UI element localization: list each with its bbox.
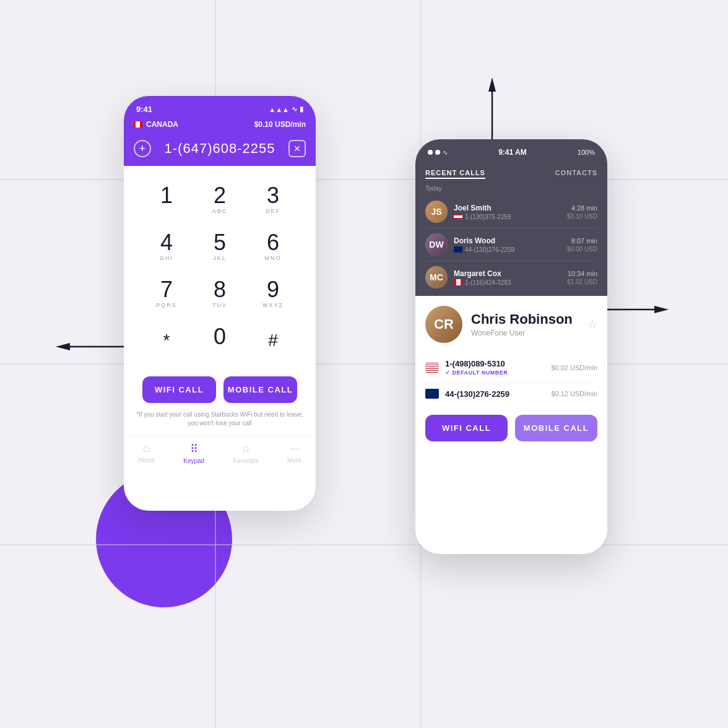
nav-more-label: More <box>287 457 301 464</box>
doris-flag-icon <box>454 246 462 253</box>
home-icon: ⌂ <box>143 442 150 455</box>
key-9[interactable]: 9 WXYZ <box>249 272 297 314</box>
phone1-country: CANADA <box>146 120 178 129</box>
margaret-cost: $1.02 USD <box>567 279 597 285</box>
key-6[interactable]: 6 MNO <box>249 225 297 267</box>
doris-meta: 8:07 min $0.00 USD <box>567 237 597 253</box>
us-rate: $0.02 USD/min <box>551 364 597 371</box>
joel-duration: 4:28 min <box>567 204 597 212</box>
joel-info: Joel Smith 1-(130)375-2259 <box>454 204 567 220</box>
key-4[interactable]: 4 GHI <box>142 225 191 267</box>
key-hash[interactable]: # <box>249 319 297 362</box>
joel-avatar: JS <box>425 201 448 223</box>
chris-avatar: CR <box>425 306 462 343</box>
recent-call-joel[interactable]: JS Joel Smith 1-(130)375-2259 4:28 min $… <box>425 196 597 228</box>
phone1-wifi-call-button[interactable]: WIFI CALL <box>142 376 216 403</box>
phone1-status-bar: 9:41 ▲▲▲ ∿ ▮ <box>124 96 316 118</box>
keypad-icon: ⠿ <box>190 442 198 456</box>
phone1-number-bar: + 1-(647)608-2255 ✕ <box>124 135 316 166</box>
phone1-keypad-body: 1 2 ABC 3 DEF 4 GHI 5 JKL 6 MNO <box>124 166 316 362</box>
uk-rate: $0.12 USD/min <box>551 390 597 397</box>
joel-flag-icon <box>454 214 462 220</box>
canada-flag-icon <box>134 121 142 128</box>
phone2-contacts: ∿ 9:41 AM 100% RECENT CALLS CONTACTS Tod… <box>415 139 607 554</box>
margaret-meta: 10:34 min $1.02 USD <box>567 270 597 285</box>
doris-number: 44-(130)276-2259 <box>465 246 514 253</box>
contact-numbers: 1-(498)089-5310 ✓ DEFAULT NUMBER $0.02 U… <box>425 353 597 405</box>
key-star[interactable]: * <box>142 319 191 362</box>
phone2-tabs: RECENT CALLS CONTACTS <box>425 169 597 179</box>
nav-favorites[interactable]: ☆ Favorites <box>233 442 259 464</box>
default-number-badge: ✓ DEFAULT NUMBER <box>445 370 551 376</box>
contact-uk-number[interactable]: 44-(130)276-2259 $0.12 USD/min <box>425 383 597 405</box>
signal-icon: ▲▲▲ <box>269 106 289 113</box>
doris-cost: $0.00 USD <box>567 246 597 253</box>
margaret-avatar: MC <box>425 266 448 288</box>
nav-more[interactable]: ··· More <box>287 442 301 464</box>
contact-phone-uk: 44-(130)276-2259 <box>445 389 551 399</box>
svg-marker-8 <box>654 306 669 313</box>
phone1-country-bar: CANADA $0.10 USD/min <box>124 118 316 135</box>
phone1-time: 9:41 <box>136 105 152 114</box>
contact-detail: CR Chris Robinson WoneFone User ☆ 1-(498… <box>415 296 607 454</box>
keypad-grid: 1 2 ABC 3 DEF 4 GHI 5 JKL 6 MNO <box>142 178 297 362</box>
margaret-info: Margaret Cox 1-(116)424-3283 <box>454 269 567 286</box>
tab-contacts[interactable]: CONTACTS <box>555 169 597 179</box>
uk-flag-icon <box>425 389 439 399</box>
key-7[interactable]: 7 PQRS <box>142 272 191 314</box>
contact-call-buttons: WIFI CALL MOBILE CALL <box>425 415 597 444</box>
nav-keypad-label: Keypad <box>183 457 204 464</box>
margaret-flag-icon <box>454 279 462 285</box>
nav-keypad[interactable]: ⠿ Keypad <box>183 442 204 464</box>
margaret-number: 1-(116)424-3283 <box>465 279 511 286</box>
add-number-button[interactable]: + <box>134 140 151 157</box>
recent-call-margaret[interactable]: MC Margaret Cox 1-(116)424-3283 10:34 mi… <box>425 261 597 296</box>
contact-phone-us: 1-(498)089-5310 ✓ DEFAULT NUMBER <box>445 359 551 376</box>
doris-name: Doris Wood <box>454 236 567 245</box>
phone2-battery: 100% <box>578 149 595 156</box>
nav-home-label: Home <box>138 457 155 464</box>
contact-us-number[interactable]: 1-(498)089-5310 ✓ DEFAULT NUMBER $0.02 U… <box>425 353 597 383</box>
tab-recent-calls[interactable]: RECENT CALLS <box>425 169 485 179</box>
key-3[interactable]: 3 DEF <box>249 178 297 220</box>
doris-avatar: DW <box>425 233 448 256</box>
phone1-wifi-note: *If you start your call using Starbucks … <box>124 408 316 435</box>
joel-cost: $0.10 USD <box>567 213 597 220</box>
key-2[interactable]: 2 ABC <box>196 178 244 220</box>
joel-meta: 4:28 min $0.10 USD <box>567 204 597 220</box>
phone1-mobile-call-button[interactable]: MOBILE CALL <box>223 376 297 403</box>
margaret-name: Margaret Cox <box>454 269 567 278</box>
phone1-call-buttons: WIFI CALL MOBILE CALL <box>124 366 316 408</box>
contact-mobile-call-button[interactable]: MOBILE CALL <box>515 415 597 441</box>
battery-icon: ▮ <box>300 105 303 113</box>
margaret-duration: 10:34 min <box>567 270 597 277</box>
doris-duration: 8:07 min <box>567 237 597 245</box>
nav-home[interactable]: ⌂ Home <box>138 442 155 464</box>
phone1-keypad: 9:41 ▲▲▲ ∿ ▮ CANADA $0.10 USD/min + 1-(6… <box>124 96 316 511</box>
phone2-wifi-icon: ∿ <box>443 149 448 156</box>
key-8[interactable]: 8 TUV <box>196 272 244 314</box>
contact-subtitle: WoneFone User <box>471 329 579 337</box>
us-phone-number: 1-(498)089-5310 <box>445 359 551 368</box>
contact-wifi-call-button[interactable]: WIFI CALL <box>425 415 508 441</box>
svg-marker-10 <box>56 343 70 350</box>
favorites-icon: ☆ <box>241 442 251 456</box>
uk-phone-number: 44-(130)276-2259 <box>445 389 551 399</box>
phone2-recent-section: RECENT CALLS CONTACTS Today JS Joel Smit… <box>415 162 607 296</box>
phone1-bottom-nav: ⌂ Home ⠿ Keypad ☆ Favorites ··· More <box>124 435 316 474</box>
clear-number-button[interactable]: ✕ <box>288 140 306 157</box>
favorite-star-icon[interactable]: ☆ <box>587 318 597 331</box>
recent-call-doris[interactable]: DW Doris Wood 44-(130)276-2259 8:07 min … <box>425 228 597 261</box>
doris-info: Doris Wood 44-(130)276-2259 <box>454 236 567 253</box>
today-label: Today <box>425 185 597 192</box>
contact-name-block: Chris Robinson WoneFone User <box>471 311 579 337</box>
phone2-status-bar: ∿ 9:41 AM 100% <box>415 139 607 162</box>
contact-name: Chris Robinson <box>471 311 579 327</box>
phone1-rate: $0.10 USD/min <box>254 120 306 129</box>
key-1[interactable]: 1 <box>142 178 191 220</box>
key-0[interactable]: 0 <box>196 319 244 362</box>
phone1-status-icons: ▲▲▲ ∿ ▮ <box>269 105 303 113</box>
phone2-time: 9:41 AM <box>498 148 527 157</box>
us-flag-icon <box>425 363 439 373</box>
key-5[interactable]: 5 JKL <box>196 225 244 267</box>
